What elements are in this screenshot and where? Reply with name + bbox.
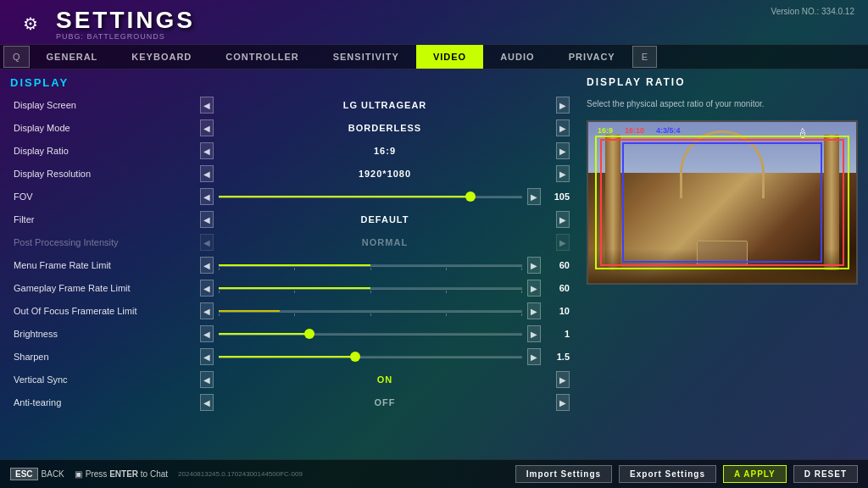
header: ⚙ SETTINGS PUBG: BATTLEGROUNDS Version N… [0, 0, 868, 44]
setting-post-processing: Post Processing Intensity ◀ NORMAL ▶ [10, 231, 573, 253]
reset-button[interactable]: D RESET [793, 465, 858, 483]
label-out-of-focus: Out Of Focus Framerate Limit [14, 306, 200, 316]
setting-vertical-sync: Vertical Sync ◀ ON ▶ [10, 369, 573, 391]
ratio-label-1610: 16:10 [622, 125, 647, 136]
sharpen-prev[interactable]: ◀ [200, 348, 214, 365]
value-out-of-focus: 10 [546, 306, 570, 316]
ratio-label-169: 16:9 [595, 125, 615, 136]
gameplay-frame-rate-slider[interactable] [219, 287, 522, 290]
fov-slider[interactable] [219, 196, 522, 198]
tab-privacy[interactable]: PRIVACY [552, 45, 632, 69]
display-ratio-title: DISPLAY RATIO [587, 76, 858, 88]
control-gameplay-frame-rate: ◀ ▶ 60 [200, 280, 570, 297]
value-post-processing: NORMAL [219, 237, 551, 247]
label-anti-tearing: Anti-tearing [14, 397, 200, 408]
fov-track [219, 196, 522, 198]
gameplay-frame-rate-next[interactable]: ▶ [527, 280, 541, 297]
menu-frame-rate-next[interactable]: ▶ [527, 257, 541, 274]
fov-prev[interactable]: ◀ [200, 188, 214, 205]
label-fov: FOV [14, 191, 200, 202]
display-screen-next[interactable]: ▶ [556, 97, 570, 114]
control-display-screen: ◀ LG ULTRAGEAR ▶ [200, 97, 570, 114]
display-mode-next[interactable]: ▶ [556, 119, 570, 136]
setting-display-ratio: Display Ratio ◀ 16:9 ▶ [10, 140, 573, 162]
out-of-focus-prev[interactable]: ◀ [200, 302, 214, 319]
setting-filter: Filter ◀ DEFAULT ▶ [10, 208, 573, 230]
sharpen-fill [219, 356, 355, 358]
display-ratio-next[interactable]: ▶ [556, 142, 570, 159]
gameplay-frame-rate-ticks [219, 291, 522, 294]
tab-general[interactable]: GENERAL [30, 45, 115, 69]
footer: ESC BACK ▣ Press ENTER to Chat 202408132… [0, 459, 868, 488]
tab-keyboard[interactable]: KEYBOARD [114, 45, 209, 69]
reset-key: D [804, 469, 815, 479]
tab-key-q[interactable]: Q [3, 46, 30, 68]
left-panel: DISPLAY Display Screen ◀ LG ULTRAGEAR ▶ … [10, 76, 573, 452]
chat-icon: ▣ [75, 469, 82, 479]
filter-prev[interactable]: ◀ [200, 211, 214, 228]
menu-frame-rate-prev[interactable]: ◀ [200, 257, 214, 274]
gameplay-frame-rate-prev[interactable]: ◀ [200, 280, 214, 297]
fov-next[interactable]: ▶ [527, 188, 541, 205]
out-of-focus-slider[interactable] [219, 310, 522, 313]
footer-right: Import Settings Export Settings A APPLY … [515, 465, 858, 483]
tab-sensitivity[interactable]: SENSITIVITY [316, 45, 416, 69]
tab-audio[interactable]: AUDIO [483, 45, 551, 69]
label-display-ratio: Display Ratio [14, 146, 200, 156]
setting-brightness: Brightness ◀ ▶ 1 [10, 323, 573, 345]
control-post-processing: ◀ NORMAL ▶ [200, 234, 570, 251]
nav-tabs: Q GENERAL KEYBOARD CONTROLLER SENSITIVIT… [0, 44, 868, 69]
setting-sharpen: Sharpen ◀ ▶ 1.5 [10, 346, 573, 368]
export-settings-button[interactable]: Export Settings [619, 465, 716, 483]
footer-left: ESC BACK ▣ Press ENTER to Chat 202408132… [10, 468, 303, 480]
value-display-screen: LG ULTRAGEAR [219, 100, 551, 110]
right-panel: DISPLAY RATIO Select the physical aspect… [587, 76, 858, 452]
display-screen-prev[interactable]: ◀ [200, 97, 214, 114]
label-display-screen: Display Screen [14, 100, 200, 110]
settings-list: Display Screen ◀ LG ULTRAGEAR ▶ Display … [10, 94, 573, 413]
fov-thumb[interactable] [465, 191, 476, 202]
display-resolution-next[interactable]: ▶ [556, 165, 570, 182]
brightness-thumb[interactable] [304, 329, 314, 339]
import-settings-button[interactable]: Import Settings [515, 465, 612, 483]
sharpen-slider[interactable] [219, 356, 522, 358]
control-vertical-sync: ◀ ON ▶ [200, 371, 570, 388]
brightness-slider[interactable] [219, 333, 522, 336]
apply-button[interactable]: A APPLY [723, 465, 787, 483]
out-of-focus-track [219, 310, 522, 313]
display-resolution-prev[interactable]: ◀ [200, 165, 214, 182]
out-of-focus-next[interactable]: ▶ [527, 302, 541, 319]
brightness-next[interactable]: ▶ [527, 325, 541, 342]
display-mode-prev[interactable]: ◀ [200, 119, 214, 136]
control-display-ratio: ◀ 16:9 ▶ [200, 142, 570, 159]
filter-next[interactable]: ▶ [556, 211, 570, 228]
out-of-focus-ticks [219, 313, 522, 317]
vertical-sync-prev[interactable]: ◀ [200, 371, 214, 388]
value-display-resolution: 1920*1080 [219, 169, 551, 179]
value-fov: 105 [546, 191, 570, 202]
back-button[interactable]: ESC BACK [10, 468, 64, 480]
anti-tearing-prev[interactable]: ◀ [200, 394, 214, 411]
control-display-mode: ◀ BORDERLESS ▶ [200, 119, 570, 136]
setting-display-resolution: Display Resolution ◀ 1920*1080 ▶ [10, 163, 573, 185]
preview-container: 🕯 16:9 16:10 4:3/5:4 [587, 120, 858, 285]
vertical-sync-next[interactable]: ▶ [556, 371, 570, 388]
anti-tearing-next[interactable]: ▶ [556, 394, 570, 411]
menu-frame-rate-slider[interactable] [219, 264, 522, 267]
tab-key-e[interactable]: E [632, 46, 657, 68]
control-filter: ◀ DEFAULT ▶ [200, 211, 570, 228]
chat-button: ▣ Press ENTER to Chat [75, 469, 168, 479]
sharpen-thumb[interactable] [350, 352, 360, 362]
back-key-badge: ESC [10, 468, 38, 480]
tab-controller[interactable]: CONTROLLER [209, 45, 315, 69]
tab-video[interactable]: VIDEO [416, 45, 483, 69]
brightness-prev[interactable]: ◀ [200, 325, 214, 342]
gameplay-frame-rate-fill [219, 287, 370, 289]
sharpen-next[interactable]: ▶ [527, 348, 541, 365]
value-display-ratio: 16:9 [219, 146, 551, 156]
post-processing-next[interactable]: ▶ [556, 234, 570, 251]
label-sharpen: Sharpen [14, 352, 200, 362]
post-processing-prev[interactable]: ◀ [200, 234, 214, 251]
setting-display-mode: Display Mode ◀ BORDERLESS ▶ [10, 117, 573, 139]
display-ratio-prev[interactable]: ◀ [200, 142, 214, 159]
